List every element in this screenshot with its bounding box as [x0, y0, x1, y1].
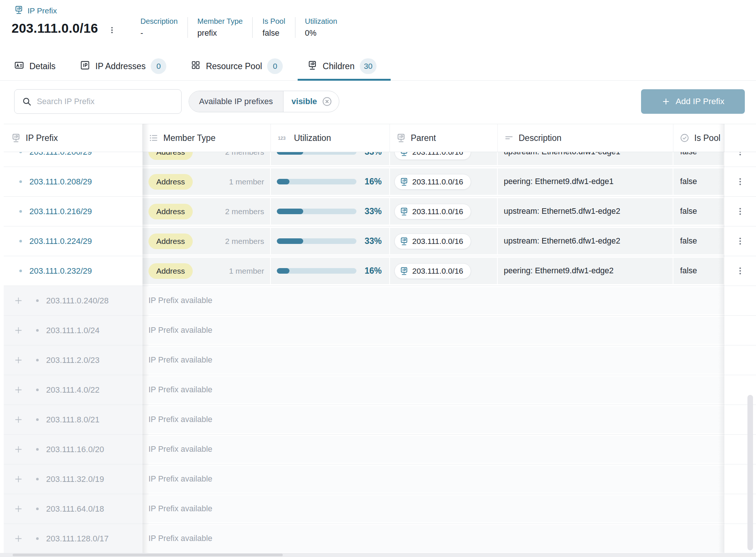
utilization-percent: 16% — [365, 266, 382, 276]
description-cell: peering: Ethernet9.dfw1-edge1 — [498, 167, 673, 196]
row-actions-cell — [724, 256, 756, 286]
search-box — [14, 89, 182, 114]
tab-count-badge: 0 — [267, 58, 283, 74]
tab-count-badge: 0 — [151, 58, 166, 74]
expand-button[interactable] — [14, 475, 23, 483]
prefix-link[interactable]: 203.111.0.224/29 — [29, 236, 92, 246]
meta-label: Member Type — [198, 17, 243, 26]
utilization-bar-fill — [277, 179, 289, 184]
parent-link-label: 203.111.0.0/16 — [412, 207, 463, 216]
expand-button[interactable] — [14, 505, 23, 513]
meta-utilization: Utilization 0% — [295, 17, 347, 38]
ip-prefix-icon — [14, 5, 23, 16]
tab-label: Details — [29, 61, 55, 71]
parent-link-label: 203.111.0.0/16 — [412, 237, 463, 246]
row-actions-cell — [724, 286, 756, 315]
table-row: 203.111.0.216/29Address2 members33%203.1… — [4, 197, 756, 226]
column-header-label: Parent — [411, 133, 436, 143]
parent-cell: 203.111.0.0/16 — [390, 256, 498, 286]
expand-button[interactable] — [14, 296, 23, 305]
status-dot — [36, 359, 39, 361]
parent-link[interactable]: 203.111.0.0/16 — [394, 204, 471, 219]
check-circle-icon — [680, 133, 689, 143]
row-actions-button[interactable] — [736, 207, 745, 216]
description-cell: upstream: Ethernet5.dfw1-edge2 — [498, 197, 673, 226]
tab-ip-addresses[interactable]: IP Addresses 0 — [80, 52, 166, 80]
utilization-bar — [277, 152, 356, 155]
available-label-cell: IP Prefix available — [148, 524, 724, 553]
available-prefix-cell: 203.111.1.0/24 — [4, 316, 142, 345]
ip-prefix-icon — [307, 60, 317, 73]
row-actions-button[interactable] — [736, 152, 745, 157]
expand-button[interactable] — [14, 356, 23, 364]
tab-resource-pool[interactable]: Resource Pool 0 — [191, 52, 283, 80]
tab-children[interactable]: Children 30 — [307, 52, 377, 80]
title-actions-button[interactable] — [108, 25, 116, 36]
status-dot — [36, 448, 39, 451]
parent-link[interactable]: 203.111.0.0/16 — [394, 152, 471, 160]
prefix-link[interactable]: 203.111.0.232/29 — [29, 266, 92, 276]
utilization-cell: 33% — [271, 152, 390, 167]
column-header-label: Description — [519, 133, 561, 143]
available-prefix-cell: 203.111.4.0/22 — [4, 375, 142, 405]
meta-is-pool: Is Pool false — [252, 17, 295, 38]
parent-link[interactable]: 203.111.0.0/16 — [394, 234, 471, 249]
remove-filter-button[interactable] — [322, 96, 332, 107]
prefix-link[interactable]: 203.111.0.216/29 — [29, 207, 92, 216]
svg-text:123: 123 — [278, 136, 286, 141]
column-header-member-type: Member Type — [142, 124, 271, 152]
parent-link-label: 203.111.0.0/16 — [412, 177, 463, 186]
expand-button[interactable] — [14, 534, 23, 543]
row-actions-cell — [724, 226, 756, 256]
parent-link[interactable]: 203.111.0.0/16 — [394, 263, 471, 279]
expand-button[interactable] — [14, 445, 23, 454]
prefix-link[interactable]: 203.111.0.200/29 — [29, 152, 92, 157]
available-row: 203.111.8.0/21IP Prefix available — [4, 405, 756, 435]
utilization-percent: 16% — [365, 177, 382, 187]
add-ip-prefix-button[interactable]: Add IP Prefix — [641, 89, 745, 114]
horizontal-scrollbar-thumb[interactable] — [13, 554, 283, 556]
available-row: 203.111.4.0/22IP Prefix available — [4, 375, 756, 405]
column-header-utilization: 123Utilization — [271, 124, 390, 152]
row-actions-button[interactable] — [736, 177, 745, 186]
available-prefix-label: 203.111.0.240/28 — [46, 296, 109, 306]
member-type-badge: Address — [148, 204, 193, 219]
row-actions-cell — [724, 197, 756, 226]
parent-link[interactable]: 203.111.0.0/16 — [394, 174, 471, 190]
status-dot — [36, 329, 39, 332]
status-dot — [19, 152, 22, 153]
vertical-scrollbar-thumb[interactable] — [747, 395, 753, 550]
status-dot — [36, 418, 39, 421]
table-row: 203.111.0.200/29Address2 members33%203.1… — [4, 152, 756, 167]
tab-details[interactable]: Details — [14, 52, 55, 80]
utilization-bar — [277, 209, 356, 214]
prefix-cell: 203.111.0.224/29 — [4, 226, 142, 256]
available-label-cell: IP Prefix available — [148, 494, 724, 524]
expand-button[interactable] — [14, 415, 23, 424]
available-row: 203.111.2.0/23IP Prefix available — [4, 345, 756, 375]
parent-cell: 203.111.0.0/16 — [390, 152, 498, 167]
expand-button[interactable] — [14, 326, 23, 335]
member-type-badge: Address — [148, 174, 193, 190]
column-header-label: Member Type — [163, 133, 215, 143]
utilization-percent: 33% — [365, 236, 382, 246]
expand-button[interactable] — [14, 386, 23, 394]
available-row: 203.111.32.0/19IP Prefix available — [4, 464, 756, 494]
status-dot — [19, 210, 22, 213]
member-count: 2 members — [225, 207, 264, 216]
available-row: 203.111.0.240/28IP Prefix available — [4, 286, 756, 316]
breadcrumb[interactable]: IP Prefix — [14, 5, 57, 16]
available-label-cell: IP Prefix available — [148, 464, 724, 494]
id-card-icon — [14, 60, 24, 73]
title-bar: 203.111.0.0/16 Description - Member Type… — [12, 17, 347, 38]
member-type-badge: Address — [148, 234, 193, 249]
meta-label: Description — [141, 17, 178, 26]
row-actions-button[interactable] — [736, 236, 745, 246]
search-input[interactable] — [37, 90, 181, 113]
member-type-badge: Address — [148, 152, 193, 160]
row-actions-cell — [724, 316, 756, 345]
table-row: 203.111.0.208/29Address1 member16%203.11… — [4, 167, 756, 197]
tab-label: Resource Pool — [206, 61, 262, 71]
row-actions-button[interactable] — [736, 266, 745, 276]
prefix-link[interactable]: 203.111.0.208/29 — [29, 177, 92, 187]
